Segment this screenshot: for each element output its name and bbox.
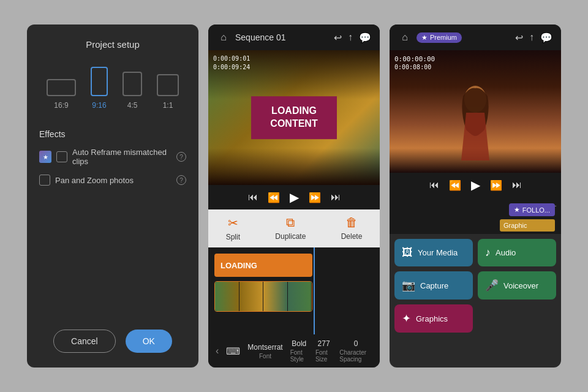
filmstrip [215,282,312,311]
home-icon-2[interactable]: ⌂ [398,31,412,44]
skip-to-end-icon[interactable]: ⏭ [331,192,341,203]
ok-button[interactable]: OK [126,330,172,353]
font-value: Montserrat [247,343,282,352]
premium-header: ⌂ ★ Premium ↩ ↑ 💬 [390,24,561,50]
delete-icon: 🗑 [345,216,358,230]
loading-clip-label: LOADING [221,261,257,270]
share-icon[interactable]: ↑ [348,32,353,43]
sequence-panel: ⌂ Sequence 01 ↩ ↑ 💬 LOADINGCONTENT 0:00:… [208,24,380,368]
delete-menu-item[interactable]: 🗑 Delete [341,216,363,241]
char-spacing-item[interactable]: 0 Character Spacing [339,339,372,363]
frame-4 [288,282,312,311]
pan-zoom-effect: Pan and Zoom photos ? [39,175,186,186]
effects-label: Effects [39,129,186,139]
star-icon: ★ [514,206,520,214]
project-setup-panel: Project setup 16:9 9:16 4:5 1:1 Effects [27,24,198,368]
premium-playback-controls: ⏮ ⏪ ▶ ⏩ ⏭ [390,173,561,197]
loading-clip[interactable]: LOADING [214,254,312,277]
sequence-header: ⌂ Sequence 01 ↩ ↑ 💬 [208,24,380,50]
graphics-icon: ✦ [402,312,411,325]
frame-2 [239,282,264,311]
step-forward-icon-2[interactable]: ⏩ [490,179,502,191]
audio-label: Audio [496,248,516,257]
skip-to-end-icon-2[interactable]: ⏭ [512,179,522,190]
duplicate-menu-item[interactable]: ⧉ Duplicate [275,216,306,241]
header-icons: ↩ ↑ 💬 [334,32,371,43]
step-back-icon[interactable]: ⏪ [268,192,280,203]
undo-icon[interactable]: ↩ [334,32,342,43]
pan-zoom-help-icon[interactable]: ? [176,175,186,185]
step-forward-icon[interactable]: ⏩ [309,192,321,203]
play-icon[interactable]: ▶ [290,190,299,205]
ratio-9-16[interactable]: 9:16 [91,67,108,110]
graphics-label: Graphics [416,314,448,323]
timestamp-below: 0:00:09:24 [213,64,250,70]
aspect-ratio-selector: 16:9 9:16 4:5 1:1 [39,67,186,110]
font-style-label: Font Style [290,349,308,363]
auto-reframe-help-icon[interactable]: ? [176,152,186,162]
timeline: LOADING [208,247,380,334]
split-menu-item[interactable]: ✂ Split [226,216,240,241]
keyboard-icon[interactable]: ⌨ [226,345,240,357]
context-menu: ✂ Split ⧉ Duplicate 🗑 Delete [208,209,380,247]
font-size-label: Font Size [315,349,332,363]
audio-button[interactable]: ♪ Audio [478,239,556,266]
premium-badge: ★ Premium [417,32,462,43]
skip-to-start-icon[interactable]: ⏮ [248,192,258,203]
premium-timeline: ___ ★ FOLLO... Graphic [390,197,561,234]
cancel-button[interactable]: Cancel [53,330,116,353]
premium-timestamp-bottom: 0:00:08:00 [394,64,431,70]
skip-to-start-icon-2[interactable]: ⏮ [429,179,439,190]
your-media-button[interactable]: 🖼 Your Media [394,239,473,266]
capture-button[interactable]: 📷 Capture [394,271,473,300]
font-size-item[interactable]: 277 Font Size [315,339,332,363]
capture-label: Capture [420,281,448,290]
font-style-item[interactable]: Bold Font Style [290,339,308,363]
graphics-button[interactable]: ✦ Graphics [394,304,473,333]
comment-icon-2[interactable]: 💬 [540,32,552,43]
split-icon: ✂ [228,216,238,230]
filmstrip-clip[interactable] [214,281,312,312]
ratio-16-9[interactable]: 16:9 [47,79,76,110]
loading-content-overlay: LOADINGCONTENT [251,96,337,139]
char-spacing-value: 0 [354,339,358,348]
voiceover-button[interactable]: 🎤 Voiceover [478,271,556,300]
premium-header-icons: ↩ ↑ 💬 [515,32,552,43]
playback-controls: ⏮ ⏪ ▶ ⏩ ⏭ [208,185,380,209]
font-style-value: Bold [292,339,306,348]
auto-reframe-label: Auto Reframe mismatched clips [72,148,172,166]
ratio-4-5[interactable]: 4:5 [123,72,142,110]
food-preview: LOADINGCONTENT 0:00:09:01 0:00:09:24 [208,50,380,185]
ratio-1-1-box [157,74,179,96]
timestamp-top: 0:00:09:01 [213,55,250,62]
playhead [314,247,315,334]
font-item[interactable]: Montserrat Font [247,343,282,360]
delete-label: Delete [341,232,363,241]
comment-icon[interactable]: 💬 [359,32,371,43]
your-media-label: Your Media [418,248,458,257]
sequence-title: Sequence 01 [235,32,329,42]
graphic-clip-label: Graphic [503,222,527,229]
ratio-9-16-box [91,67,108,96]
ratio-1-1[interactable]: 1:1 [157,74,179,110]
ratio-16-9-box [47,79,76,96]
pan-zoom-checkbox[interactable] [39,175,50,186]
share-icon-2[interactable]: ↑ [529,32,534,43]
capture-icon: 📷 [402,279,415,292]
ratio-16-9-label: 16:9 [54,101,68,110]
follow-clip[interactable]: ★ FOLLO... [509,203,555,216]
duplicate-icon: ⧉ [286,216,295,230]
toolbar-chevron-icon[interactable]: ‹ [216,345,219,356]
auto-reframe-checkbox[interactable] [56,151,67,162]
play-icon-2[interactable]: ▶ [471,178,480,192]
video-preview: LOADINGCONTENT 0:00:09:01 0:00:09:24 [208,50,380,185]
frame-3 [263,282,288,311]
home-icon[interactable]: ⌂ [217,31,230,44]
audio-icon: ♪ [485,246,491,259]
woman-figure [454,81,497,173]
step-back-icon-2[interactable]: ⏪ [449,179,461,191]
woman-video-preview: 0:00:00:00 0:00:08:00 [390,50,561,173]
graphic-clip[interactable]: Graphic [500,219,555,232]
undo-icon-2[interactable]: ↩ [515,32,523,43]
effects-section: Effects ★ Auto Reframe mismatched clips … [39,129,186,194]
